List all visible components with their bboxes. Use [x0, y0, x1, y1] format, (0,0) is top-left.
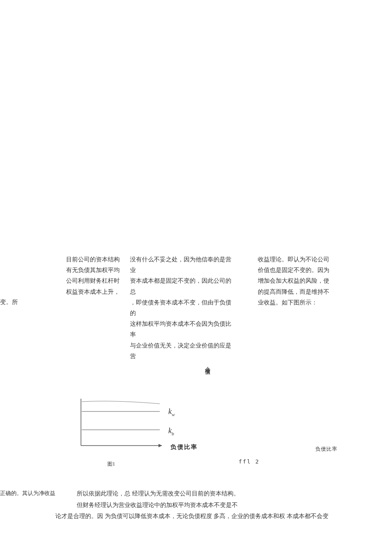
text-line: 资本成本都是固定不变的，因此公司的总: [130, 275, 236, 297]
arrow-right-icon: [159, 444, 162, 447]
column-b: 没有什么不妥之处，因为他信奉的是营业 资本成本都是固定不变的，因此公司的总 ，即…: [130, 254, 236, 362]
bottom-left-text: 正确的。其认为净收益: [0, 488, 66, 500]
text-line: 有无负债其加权平均: [66, 265, 121, 275]
paragraph-columns: 目前公司的资本结构 有无负债其加权平均 公司利用财务杠杆时 权益资本成本上升， …: [66, 254, 364, 362]
bottom-row-1: 正确的。其认为净收益 所以依据此理论，总 经理认为无需改变公司目前的资本结构。: [0, 488, 375, 500]
text-line: ，即使债务资本成本不变，但由于负债的: [130, 297, 236, 319]
vertical-axis-label: 企业价值: [204, 362, 211, 366]
text-line: 没有什么不妥之处，因为他信奉的是营业: [130, 254, 236, 275]
x-axis-label: 负债比率: [170, 443, 198, 451]
text-line: 权益资本成本上升，: [66, 287, 121, 297]
kw-label: kw: [168, 407, 175, 417]
column-a: 目前公司的资本结构 有无负债其加权平均 公司利用财务杠杆时 权益资本成本上升，: [66, 254, 121, 362]
bottom-right-text: 所以依据此理论，总 经理认为无需改变公司目前的资本结构。: [77, 488, 239, 500]
text-line: 收益理论。即认为不论公司: [258, 254, 334, 265]
bottom-row-3: 论才是合理的。因 为负债可以降低资本成本，无论负债程度 多高，企业的债务成本和权…: [55, 511, 375, 522]
top-curve-line: [82, 401, 160, 404]
column-c: 收益理论。即认为不论公司 价值也是固定不变的。因为 增加会加大权益的风险，使 的…: [258, 254, 334, 362]
text-line: 增加会加大权益的风险，使: [258, 275, 334, 286]
text-line: 的提高而降低，而是维持不: [258, 287, 334, 297]
k-symbol: k: [168, 407, 172, 416]
right-x-axis-label: 负债比率: [315, 446, 337, 453]
text-line: 与企业价值无关，决定企业价值的应是营: [130, 340, 236, 362]
text-line: 这样加权平均资本成本不会因为负债比率: [130, 319, 236, 340]
column-group: 目前公司的资本结构 有无负债其加权平均 公司利用财务杠杆时 权益资本成本上升， …: [66, 254, 364, 362]
left-margin-text: 变。所: [0, 298, 18, 306]
b-subscript: b: [172, 431, 174, 436]
bottom-row-2: 但财务经理认为营业收益理论中的加权平均资本成本不变是不: [77, 500, 375, 511]
text-line: 公司利用财务杠杆时: [66, 275, 121, 286]
text-line: 价值也是固定不变的。因为: [258, 265, 334, 275]
text-line: 业收益。如下图所示：: [258, 297, 334, 308]
kb-label: kb: [168, 426, 174, 436]
text-line: 目前公司的资本结构: [66, 254, 121, 265]
figure-1-caption: 图1: [107, 460, 115, 468]
w-subscript: w: [172, 412, 175, 417]
k-symbol: k: [168, 426, 172, 435]
bottom-paragraph: 正确的。其认为净收益 所以依据此理论，总 经理认为无需改变公司目前的资本结构。 …: [0, 488, 375, 522]
figure-2-caption: ffl 2: [239, 458, 259, 465]
